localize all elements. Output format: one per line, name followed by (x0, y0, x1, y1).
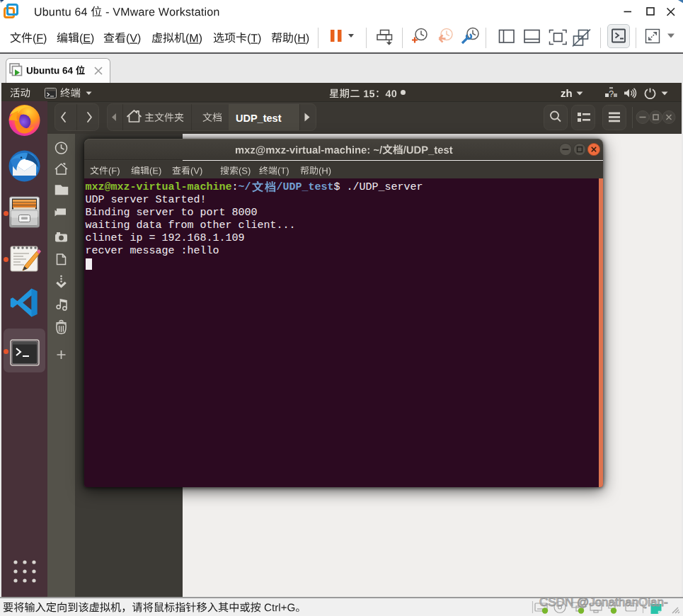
svg-text:?: ? (609, 89, 614, 99)
